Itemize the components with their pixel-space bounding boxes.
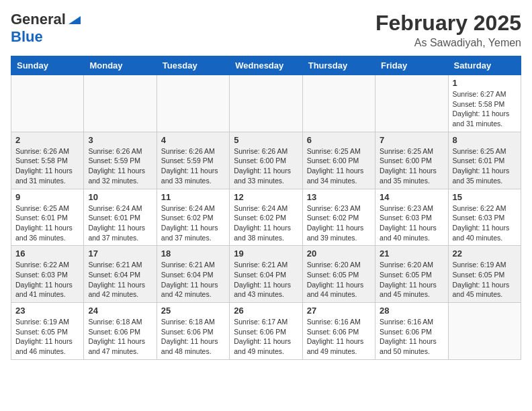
logo-blue: Blue xyxy=(11,28,43,45)
calendar-day-cell: 9 Sunrise: 6:25 AMSunset: 6:01 PMDayligh… xyxy=(11,189,84,246)
calendar-week-row: 9 Sunrise: 6:25 AMSunset: 6:01 PMDayligh… xyxy=(11,189,521,246)
day-number: 25 xyxy=(161,306,225,316)
day-number: 22 xyxy=(453,248,517,259)
calendar-day-cell xyxy=(84,75,157,132)
day-number: 5 xyxy=(234,135,298,145)
day-number: 18 xyxy=(161,248,225,259)
day-info: Sunrise: 6:26 AMSunset: 6:00 PMDaylight:… xyxy=(234,146,298,186)
title-block: February 2025 As Sawadiyah, Yemen xyxy=(375,11,521,49)
day-number: 11 xyxy=(161,192,225,202)
calendar-table: SundayMondayTuesdayWednesdayThursdayFrid… xyxy=(11,56,521,360)
calendar-header-tuesday: Tuesday xyxy=(157,56,229,75)
location-title: As Sawadiyah, Yemen xyxy=(375,37,521,49)
day-number: 20 xyxy=(307,248,371,259)
calendar-day-cell xyxy=(375,75,448,132)
day-info: Sunrise: 6:18 AMSunset: 6:06 PMDaylight:… xyxy=(161,317,225,357)
calendar-header-saturday: Saturday xyxy=(448,56,521,75)
calendar-day-cell: 10 Sunrise: 6:24 AMSunset: 6:01 PMDaylig… xyxy=(84,189,157,246)
calendar-header-thursday: Thursday xyxy=(302,56,375,75)
calendar-header-friday: Friday xyxy=(375,56,448,75)
logo: General Blue xyxy=(11,11,82,46)
calendar-day-cell xyxy=(11,75,84,132)
day-number: 23 xyxy=(15,306,79,316)
day-number: 26 xyxy=(234,306,298,316)
calendar-header-wednesday: Wednesday xyxy=(230,56,302,75)
calendar-day-cell: 23 Sunrise: 6:19 AMSunset: 6:05 PMDaylig… xyxy=(11,303,84,360)
logo-general: General xyxy=(11,11,66,28)
calendar-day-cell: 1 Sunrise: 6:27 AMSunset: 5:58 PMDayligh… xyxy=(448,75,521,132)
day-info: Sunrise: 6:20 AMSunset: 6:05 PMDaylight:… xyxy=(380,260,443,300)
calendar-day-cell: 13 Sunrise: 6:23 AMSunset: 6:02 PMDaylig… xyxy=(302,189,375,246)
day-number: 12 xyxy=(234,192,298,202)
calendar-day-cell: 14 Sunrise: 6:23 AMSunset: 6:03 PMDaylig… xyxy=(375,189,448,246)
calendar-day-cell: 8 Sunrise: 6:25 AMSunset: 6:01 PMDayligh… xyxy=(448,132,521,189)
day-info: Sunrise: 6:27 AMSunset: 5:58 PMDaylight:… xyxy=(453,89,517,129)
day-info: Sunrise: 6:24 AMSunset: 6:02 PMDaylight:… xyxy=(161,203,225,243)
day-number: 3 xyxy=(88,135,152,145)
calendar-day-cell: 11 Sunrise: 6:24 AMSunset: 6:02 PMDaylig… xyxy=(157,189,229,246)
calendar-header-sunday: Sunday xyxy=(11,56,84,75)
day-info: Sunrise: 6:23 AMSunset: 6:03 PMDaylight:… xyxy=(380,203,443,243)
calendar-day-cell: 18 Sunrise: 6:21 AMSunset: 6:04 PMDaylig… xyxy=(157,246,229,303)
day-info: Sunrise: 6:21 AMSunset: 6:04 PMDaylight:… xyxy=(161,260,225,300)
day-info: Sunrise: 6:25 AMSunset: 6:00 PMDaylight:… xyxy=(380,146,443,186)
calendar-day-cell: 4 Sunrise: 6:26 AMSunset: 5:59 PMDayligh… xyxy=(157,132,229,189)
calendar-week-row: 23 Sunrise: 6:19 AMSunset: 6:05 PMDaylig… xyxy=(11,303,521,360)
calendar-day-cell: 12 Sunrise: 6:24 AMSunset: 6:02 PMDaylig… xyxy=(230,189,302,246)
day-number: 9 xyxy=(15,192,79,202)
month-title: February 2025 xyxy=(375,11,521,36)
day-info: Sunrise: 6:17 AMSunset: 6:06 PMDaylight:… xyxy=(234,317,298,357)
calendar-day-cell: 28 Sunrise: 6:16 AMSunset: 6:06 PMDaylig… xyxy=(375,303,448,360)
day-number: 21 xyxy=(380,248,443,259)
calendar-day-cell: 16 Sunrise: 6:22 AMSunset: 6:03 PMDaylig… xyxy=(11,246,84,303)
calendar-week-row: 2 Sunrise: 6:26 AMSunset: 5:58 PMDayligh… xyxy=(11,132,521,189)
day-info: Sunrise: 6:26 AMSunset: 5:59 PMDaylight:… xyxy=(88,146,152,186)
page-header: General Blue February 2025 As Sawadiyah,… xyxy=(11,11,521,49)
day-info: Sunrise: 6:22 AMSunset: 6:03 PMDaylight:… xyxy=(15,260,79,300)
calendar-day-cell: 15 Sunrise: 6:22 AMSunset: 6:03 PMDaylig… xyxy=(448,189,521,246)
day-number: 10 xyxy=(88,192,152,202)
calendar-week-row: 16 Sunrise: 6:22 AMSunset: 6:03 PMDaylig… xyxy=(11,246,521,303)
calendar-day-cell: 22 Sunrise: 6:19 AMSunset: 6:05 PMDaylig… xyxy=(448,246,521,303)
calendar-week-row: 1 Sunrise: 6:27 AMSunset: 5:58 PMDayligh… xyxy=(11,75,521,132)
day-info: Sunrise: 6:25 AMSunset: 6:01 PMDaylight:… xyxy=(453,146,517,186)
calendar-day-cell xyxy=(230,75,302,132)
day-number: 8 xyxy=(453,135,517,145)
day-number: 15 xyxy=(453,192,517,202)
calendar-day-cell: 26 Sunrise: 6:17 AMSunset: 6:06 PMDaylig… xyxy=(230,303,302,360)
svg-marker-0 xyxy=(69,16,81,24)
calendar-day-cell xyxy=(448,303,521,360)
day-info: Sunrise: 6:22 AMSunset: 6:03 PMDaylight:… xyxy=(453,203,517,243)
calendar-day-cell: 20 Sunrise: 6:20 AMSunset: 6:05 PMDaylig… xyxy=(302,246,375,303)
calendar-day-cell xyxy=(302,75,375,132)
calendar-day-cell: 19 Sunrise: 6:21 AMSunset: 6:04 PMDaylig… xyxy=(230,246,302,303)
day-number: 27 xyxy=(307,306,371,316)
calendar-day-cell: 27 Sunrise: 6:16 AMSunset: 6:06 PMDaylig… xyxy=(302,303,375,360)
day-info: Sunrise: 6:16 AMSunset: 6:06 PMDaylight:… xyxy=(307,317,371,357)
day-number: 13 xyxy=(307,192,371,202)
day-number: 1 xyxy=(453,78,517,88)
calendar-day-cell: 17 Sunrise: 6:21 AMSunset: 6:04 PMDaylig… xyxy=(84,246,157,303)
day-info: Sunrise: 6:23 AMSunset: 6:02 PMDaylight:… xyxy=(307,203,371,243)
calendar-day-cell: 25 Sunrise: 6:18 AMSunset: 6:06 PMDaylig… xyxy=(157,303,229,360)
day-number: 6 xyxy=(307,135,371,145)
calendar-day-cell: 24 Sunrise: 6:18 AMSunset: 6:06 PMDaylig… xyxy=(84,303,157,360)
day-number: 16 xyxy=(15,248,79,259)
day-number: 4 xyxy=(161,135,225,145)
calendar-day-cell: 6 Sunrise: 6:25 AMSunset: 6:00 PMDayligh… xyxy=(302,132,375,189)
day-number: 19 xyxy=(234,248,298,259)
day-info: Sunrise: 6:25 AMSunset: 6:01 PMDaylight:… xyxy=(15,203,79,243)
day-info: Sunrise: 6:20 AMSunset: 6:05 PMDaylight:… xyxy=(307,260,371,300)
day-info: Sunrise: 6:19 AMSunset: 6:05 PMDaylight:… xyxy=(15,317,79,357)
day-info: Sunrise: 6:16 AMSunset: 6:06 PMDaylight:… xyxy=(380,317,443,357)
day-number: 2 xyxy=(15,135,79,145)
day-info: Sunrise: 6:26 AMSunset: 5:59 PMDaylight:… xyxy=(161,146,225,186)
day-info: Sunrise: 6:21 AMSunset: 6:04 PMDaylight:… xyxy=(88,260,152,300)
calendar-header-monday: Monday xyxy=(84,56,157,75)
day-info: Sunrise: 6:24 AMSunset: 6:02 PMDaylight:… xyxy=(234,203,298,243)
day-number: 28 xyxy=(380,306,443,316)
day-number: 17 xyxy=(88,248,152,259)
day-info: Sunrise: 6:19 AMSunset: 6:05 PMDaylight:… xyxy=(453,260,517,300)
day-info: Sunrise: 6:24 AMSunset: 6:01 PMDaylight:… xyxy=(88,203,152,243)
calendar-day-cell: 5 Sunrise: 6:26 AMSunset: 6:00 PMDayligh… xyxy=(230,132,302,189)
